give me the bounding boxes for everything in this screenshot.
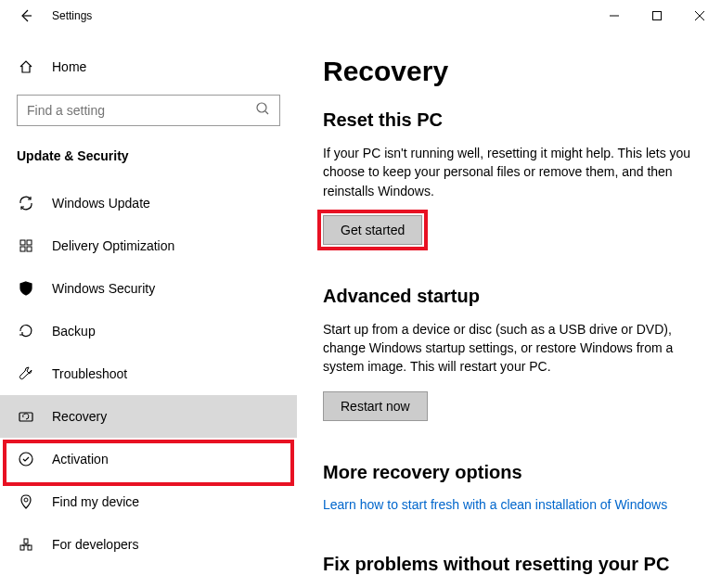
backup-icon <box>17 323 35 339</box>
shield-icon <box>17 280 35 297</box>
more-section: More recovery options Learn how to start… <box>323 462 695 513</box>
advanced-section: Advanced startup Start up from a device … <box>323 286 695 421</box>
location-icon <box>17 493 35 510</box>
sidebar-item-label: Backup <box>52 324 96 339</box>
sidebar-item-label: For developers <box>52 537 138 552</box>
advanced-heading: Advanced startup <box>323 286 695 307</box>
close-button[interactable] <box>678 1 721 31</box>
reset-section: Reset this PC If your PC isn't running w… <box>323 109 695 245</box>
sidebar-item-windows-update[interactable]: Windows Update <box>0 182 297 224</box>
svg-rect-1 <box>653 12 662 20</box>
sidebar-item-activation[interactable]: Activation <box>0 438 297 480</box>
svg-rect-14 <box>20 545 24 550</box>
reset-description: If your PC isn't running well, resetting… <box>323 144 695 200</box>
main-content: Recovery Reset this PC If your PC isn't … <box>297 32 721 588</box>
svg-rect-13 <box>24 539 28 543</box>
sidebar-item-label: Windows Update <box>52 196 150 211</box>
check-circle-icon <box>17 451 35 467</box>
sidebar-item-find-my-device[interactable]: Find my device <box>0 480 297 523</box>
sidebar-item-label: Activation <box>52 452 109 467</box>
search-input[interactable] <box>27 103 255 118</box>
svg-point-12 <box>24 498 28 502</box>
restart-now-button[interactable]: Restart now <box>323 391 428 421</box>
svg-line-5 <box>265 111 268 114</box>
svg-rect-8 <box>20 247 25 251</box>
sync-icon <box>17 195 35 211</box>
search-icon <box>255 101 270 120</box>
sidebar-item-backup[interactable]: Backup <box>0 310 297 352</box>
fix-heading: Fix problems without resetting your PC <box>323 554 695 575</box>
svg-rect-9 <box>27 247 32 251</box>
minimize-button[interactable] <box>593 1 636 31</box>
recovery-icon <box>17 408 35 425</box>
sidebar-item-troubleshoot[interactable]: Troubleshoot <box>0 352 297 395</box>
sidebar-item-for-developers[interactable]: For developers <box>0 523 297 566</box>
svg-rect-7 <box>27 240 32 245</box>
home-label: Home <box>52 59 86 74</box>
svg-point-4 <box>257 103 266 112</box>
window-controls <box>593 1 721 31</box>
sidebar-item-label: Find my device <box>52 494 139 509</box>
svg-rect-15 <box>28 545 32 550</box>
sidebar-item-label: Troubleshoot <box>52 366 127 381</box>
search-box[interactable] <box>17 95 280 126</box>
maximize-button[interactable] <box>636 1 678 31</box>
back-button[interactable] <box>11 1 41 31</box>
get-started-button[interactable]: Get started <box>323 215 422 245</box>
window-title: Settings <box>52 9 92 22</box>
advanced-description: Start up from a device or disc (such as … <box>323 320 695 377</box>
fix-section: Fix problems without resetting your PC <box>323 554 695 575</box>
sidebar: Home Update & Security Windows Update De… <box>0 32 297 588</box>
delivery-icon <box>17 237 35 254</box>
sidebar-item-label: Delivery Optimization <box>52 238 174 253</box>
developer-icon <box>17 536 35 553</box>
page-title: Recovery <box>323 56 695 87</box>
category-label: Update & Security <box>0 126 297 176</box>
wrench-icon <box>17 365 35 382</box>
reset-heading: Reset this PC <box>323 109 695 131</box>
clean-install-link[interactable]: Learn how to start fresh with a clean in… <box>323 497 667 512</box>
svg-rect-6 <box>20 240 25 245</box>
home-icon <box>17 59 35 74</box>
more-heading: More recovery options <box>323 462 695 483</box>
sidebar-item-label: Windows Security <box>52 281 155 296</box>
highlight-box-get-started: Get started <box>323 215 422 245</box>
sidebar-item-recovery[interactable]: Recovery <box>0 395 297 438</box>
titlebar: Settings <box>0 0 721 32</box>
home-button[interactable]: Home <box>0 52 297 82</box>
sidebar-item-windows-security[interactable]: Windows Security <box>0 267 297 310</box>
sidebar-item-delivery-optimization[interactable]: Delivery Optimization <box>0 224 297 267</box>
sidebar-item-label: Recovery <box>52 409 107 424</box>
svg-point-11 <box>19 453 32 466</box>
